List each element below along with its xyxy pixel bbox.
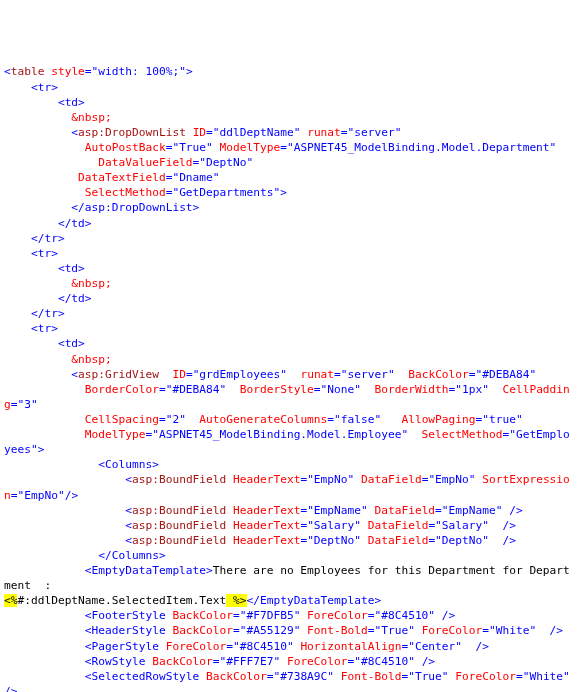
- code-block: <table style="width: 100%;"> <tr> <td> &…: [4, 64, 572, 692]
